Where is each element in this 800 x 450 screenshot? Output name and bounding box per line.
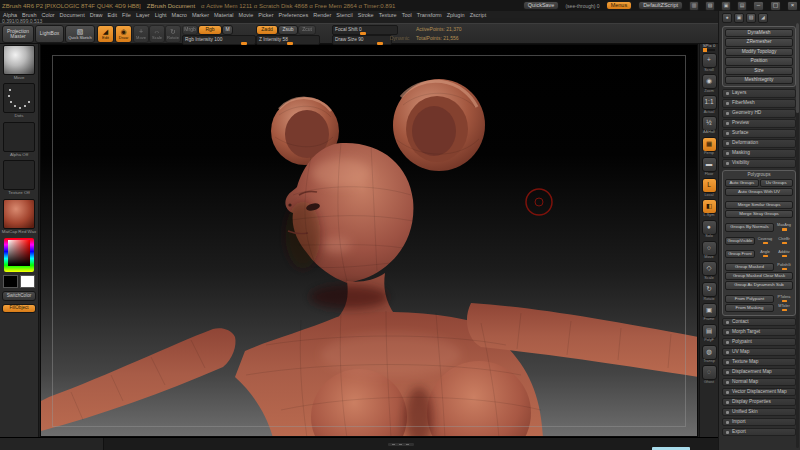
edit-button[interactable]: ◢ Edit: [97, 25, 114, 43]
brush-icon[interactable]: ▧: [705, 1, 715, 11]
m-button[interactable]: M: [222, 25, 233, 35]
menu-item[interactable]: Draw: [90, 12, 103, 18]
right-shelf-button[interactable]: ▬: [702, 157, 717, 172]
right-shelf-button[interactable]: ◇: [702, 261, 717, 276]
menu-item[interactable]: Material: [214, 12, 234, 18]
right-shelf-button[interactable]: 1:1: [702, 95, 717, 110]
current-stroke-thumbnail[interactable]: [3, 83, 35, 113]
palette-icon[interactable]: ▥: [689, 1, 699, 11]
tool-section-header[interactable]: Texture Map: [722, 358, 796, 366]
z-intensity-slider[interactable]: Z Intensity 58: [256, 35, 320, 45]
tool-flyout-item[interactable]: DynaMesh: [725, 29, 793, 37]
rgb-intensity-slider[interactable]: Rgb Intensity 100: [182, 35, 256, 45]
menu-item[interactable]: Marker: [192, 12, 209, 18]
right-shelf-button[interactable]: ◌: [702, 365, 717, 380]
menu-item[interactable]: Light: [155, 12, 167, 18]
maximize-button[interactable]: ▢: [770, 1, 781, 11]
zadd-button[interactable]: Zadd: [256, 25, 278, 35]
tool-section-header[interactable]: Displacement Map: [722, 368, 796, 376]
focal-shift-slider[interactable]: Focal Shift 0: [332, 25, 398, 35]
tool-section-header[interactable]: Polypaint: [722, 338, 796, 346]
dynamic-toggle[interactable]: Dynamic: [390, 36, 409, 41]
menu-item[interactable]: Stencil: [336, 12, 353, 18]
mtolerance-slider[interactable]: MToler: [775, 304, 793, 312]
lightbox-button[interactable]: LightBox: [35, 25, 64, 43]
tool-section-header[interactable]: Geometry HD: [722, 109, 796, 117]
bottom-tray-divider-handle[interactable]: [388, 443, 414, 446]
right-shelf-button[interactable]: ▤: [702, 324, 717, 339]
draw-size-slider[interactable]: Draw Size 90: [332, 35, 392, 45]
group-masked-clear-mask-button[interactable]: Group Masked Clear Mask: [725, 272, 793, 280]
main-color-swatch[interactable]: [3, 275, 18, 288]
polish-slider[interactable]: PolishG: [775, 263, 793, 271]
menu-item[interactable]: Zscript: [470, 12, 487, 18]
right-shelf-button[interactable]: ○: [702, 241, 717, 256]
rotate-button[interactable]: ↻ Rotate: [165, 25, 181, 43]
default-zscript-button[interactable]: DefaultZScript: [638, 1, 683, 11]
close-button[interactable]: ×: [787, 1, 798, 11]
tool-section-header[interactable]: Export: [722, 428, 796, 436]
menu-item[interactable]: Color: [41, 12, 54, 18]
current-texture-thumbnail[interactable]: [3, 160, 35, 190]
menu-item[interactable]: Movie: [239, 12, 254, 18]
from-masking-button[interactable]: From Masking: [725, 304, 774, 312]
fill-object-button[interactable]: FillObject: [2, 304, 36, 314]
zsub-button[interactable]: Zsub: [278, 25, 298, 35]
tool-section-header[interactable]: Deformation: [722, 139, 796, 147]
uv-groups-button[interactable]: Uv Groups: [760, 179, 794, 187]
angle-slider[interactable]: Angle: [756, 250, 774, 258]
mrgb-button[interactable]: Mrgb: [182, 25, 198, 35]
tool-brush-icon[interactable]: ▧: [746, 13, 756, 23]
additive-toggle[interactable]: Additiv: [775, 250, 793, 258]
menu-item[interactable]: Layer: [136, 12, 150, 18]
menu-item[interactable]: Render: [313, 12, 331, 18]
right-shelf-button[interactable]: ↻: [702, 282, 717, 297]
group-visible-button[interactable]: GroupVisible: [725, 237, 755, 245]
current-brush-thumbnail[interactable]: [3, 45, 35, 75]
groups-by-normals-button[interactable]: Groups By Normals: [725, 223, 774, 231]
secondary-color-swatch[interactable]: [20, 275, 35, 288]
tool-doc-icon[interactable]: ▣: [734, 13, 744, 23]
tool-section-header[interactable]: Layers: [722, 89, 796, 97]
merge-similar-groups-button[interactable]: Merge Similar Groups: [725, 201, 793, 209]
move-button[interactable]: + Move: [133, 25, 149, 43]
coverage-slider[interactable]: Coverag: [756, 237, 774, 245]
current-alpha-thumbnail[interactable]: [3, 122, 35, 152]
color-picker[interactable]: [4, 238, 34, 272]
tool-section-header[interactable]: Display Properties: [722, 398, 796, 406]
auto-groups-button[interactable]: Auto Groups: [725, 179, 759, 187]
tool-pen-icon[interactable]: ◢: [758, 13, 768, 23]
projection-master-button[interactable]: Projection Master: [2, 25, 34, 43]
layers-icon[interactable]: ▤: [737, 1, 747, 11]
group-masked-button[interactable]: Group Masked: [725, 263, 774, 271]
right-shelf-button[interactable]: ▣: [702, 303, 717, 318]
tool-flyout-item[interactable]: Modify Topology: [725, 48, 793, 56]
group-as-dynamesh-sub-button[interactable]: Group As Dynamesh Sub: [725, 281, 793, 289]
auto-groups-with-uv-button[interactable]: Auto Groups With UV: [725, 188, 793, 196]
draw-button[interactable]: ◉ Draw: [115, 25, 132, 43]
tool-section-header[interactable]: FiberMesh: [722, 99, 796, 107]
menu-item[interactable]: Brush: [22, 12, 36, 18]
tool-section-header[interactable]: Preview: [722, 119, 796, 127]
menu-item[interactable]: Transform: [417, 12, 442, 18]
quicksave-button[interactable]: QuickSave: [523, 1, 560, 11]
quick-sketch-button[interactable]: ▧ Quick Sketch: [65, 25, 95, 43]
menu-item[interactable]: Picker: [258, 12, 273, 18]
scale-button[interactable]: ⇔ Scale: [149, 25, 165, 43]
menu-item[interactable]: File: [122, 12, 131, 18]
spix-track[interactable]: [703, 49, 715, 51]
right-shelf-button[interactable]: ◍: [702, 345, 717, 360]
maxang-slider[interactable]: MaxAng: [775, 223, 793, 231]
zcut-button[interactable]: Zcut: [298, 25, 316, 35]
right-shelf-button[interactable]: ◧: [702, 199, 717, 214]
right-shelf-button[interactable]: +: [702, 53, 717, 68]
ptolerance-slider[interactable]: PTolera: [775, 295, 793, 303]
tool-sphere-icon[interactable]: ●: [722, 13, 732, 23]
menu-item[interactable]: Alpha: [3, 12, 17, 18]
document-canvas[interactable]: [40, 44, 698, 437]
right-shelf-button[interactable]: ½: [702, 116, 717, 131]
menu-item[interactable]: Texture: [379, 12, 397, 18]
menu-item[interactable]: Preferences: [279, 12, 309, 18]
tool-section-header[interactable]: Normal Map: [722, 378, 796, 386]
right-shelf-button[interactable]: ●: [702, 220, 717, 235]
